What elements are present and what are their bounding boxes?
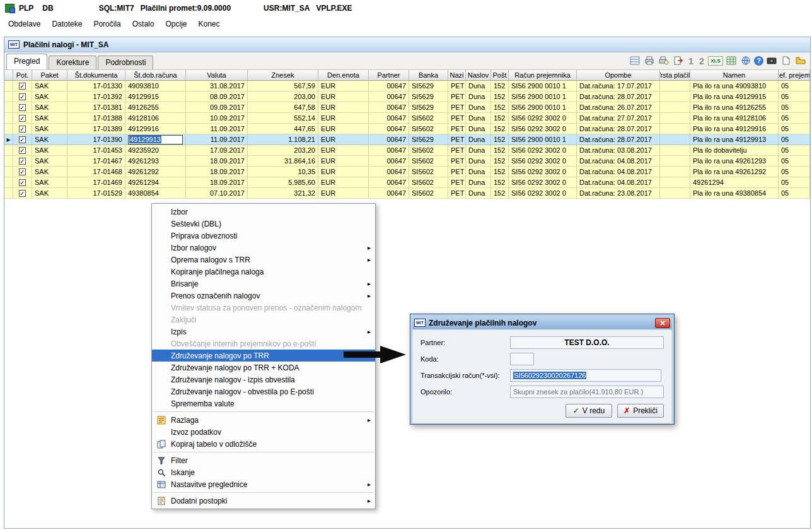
menubar-item-konec[interactable]: Konec bbox=[192, 18, 225, 30]
column-header[interactable]: Znesek bbox=[248, 70, 318, 80]
opozorilo-field[interactable]: Skupni znesek za plačilo(41.910,80 EUR.) bbox=[510, 386, 664, 398]
partner-field[interactable]: TEST D.O.O. bbox=[510, 336, 664, 349]
koda-field[interactable] bbox=[510, 353, 534, 365]
menubar-item-datoteke[interactable]: Datoteke bbox=[46, 18, 88, 30]
context-menu-item[interactable]: Nastavitve preglednice▸ bbox=[152, 478, 375, 490]
column-header[interactable]: Partner bbox=[369, 70, 409, 80]
context-menu-item[interactable]: Sprememba valute bbox=[152, 398, 375, 409]
checkbox[interactable]: ✓ bbox=[19, 168, 26, 175]
menu-item-label: Izbor bbox=[171, 208, 375, 216]
context-menu-item[interactable]: Združevanje nalogov - izpis obvestila bbox=[152, 374, 375, 386]
db-label[interactable]: DB bbox=[42, 4, 53, 13]
table-row[interactable]: ✓SAK17-015294938085407.10.2017321,32EUR0… bbox=[4, 188, 810, 199]
table-row[interactable]: ✓SAK17-014534923592017.09.2017203,20EUR0… bbox=[4, 145, 810, 156]
column-header[interactable]: Paket bbox=[32, 70, 67, 80]
table-icon[interactable] bbox=[725, 55, 738, 66]
help-icon[interactable]: ? bbox=[754, 56, 763, 66]
column-header[interactable]: Namen bbox=[690, 70, 779, 80]
menubar-item-ostalo[interactable]: Ostalo bbox=[127, 18, 160, 30]
export-icon[interactable] bbox=[672, 55, 685, 66]
table-row[interactable]: ✓SAK17-013884912810610.09.2017552,14EUR0… bbox=[4, 113, 810, 124]
globe-icon[interactable] bbox=[740, 55, 752, 66]
tab-podrobnosti[interactable]: Podrobnosti bbox=[98, 56, 153, 69]
context-menu-item[interactable]: Združevanje nalogov - obvestila po E-poš… bbox=[152, 386, 375, 398]
column-header[interactable]: Ref. prejemn bbox=[779, 70, 810, 80]
column-header[interactable]: Št.dob.računa bbox=[125, 70, 186, 80]
column-header[interactable]: Den.enota bbox=[318, 70, 369, 80]
grid-icon[interactable] bbox=[629, 55, 641, 66]
column-header[interactable]: Pošt bbox=[491, 70, 509, 80]
cell-den: EUR bbox=[318, 177, 369, 187]
cell-znesek: 1.108,21 bbox=[248, 134, 318, 144]
tab-korekture[interactable]: Korekture bbox=[49, 56, 96, 69]
close-icon[interactable]: ✕ bbox=[655, 318, 670, 328]
new-document-icon[interactable] bbox=[780, 55, 792, 66]
inline-edit-field[interactable]: 49129913 bbox=[128, 135, 183, 144]
context-menu-item[interactable]: Razlaga▸ bbox=[152, 414, 375, 426]
tab-pregled[interactable]: Pregled bbox=[6, 54, 47, 69]
column-header[interactable]: Pot. bbox=[13, 70, 32, 80]
context-menu-item[interactable]: Kopiraj tabelo v odložišče bbox=[152, 438, 375, 450]
column-header[interactable]: Vrsta plačila bbox=[660, 70, 690, 80]
table-row[interactable]: ✓SAK17-014684926129218.09.201710,35EUR00… bbox=[4, 167, 810, 177]
column-header[interactable] bbox=[4, 70, 13, 80]
cancel-button[interactable]: ✗Prekliči bbox=[617, 404, 664, 418]
context-menu-item[interactable]: Iskanje bbox=[152, 466, 375, 478]
column-header[interactable]: Banka bbox=[409, 70, 448, 80]
cell-st_dok: 17-01392 bbox=[67, 91, 125, 102]
checkbox[interactable]: ✓ bbox=[19, 104, 26, 111]
table-row[interactable]: ✓SAK17-014674926129318.09.201731.864,16E… bbox=[4, 156, 810, 167]
print-preview-icon[interactable] bbox=[658, 55, 670, 66]
checkbox[interactable]: ✓ bbox=[19, 93, 26, 100]
column-header[interactable]: Opombe bbox=[577, 70, 660, 80]
page-1-icon[interactable]: 1 bbox=[687, 55, 695, 66]
racun-field[interactable]: SI56029230020267126 bbox=[510, 369, 661, 382]
checkbox[interactable]: ✓ bbox=[19, 115, 26, 122]
context-menu-item[interactable]: Združevanje nalogov po TRR + KODA bbox=[152, 362, 375, 374]
context-menu-item[interactable]: Seštevki (DBL) bbox=[152, 218, 375, 230]
checkbox[interactable]: ✓ bbox=[19, 190, 26, 197]
context-menu-item[interactable]: Združevanje nalogov po TRR bbox=[152, 350, 375, 362]
context-menu-item[interactable]: Priprava obveznosti bbox=[152, 230, 375, 242]
column-header[interactable]: Račun prejemnika bbox=[509, 70, 577, 80]
menubar-item-poročila[interactable]: Poročila bbox=[88, 18, 126, 30]
context-menu-item[interactable]: Kopiranje plačilnega naloga bbox=[152, 266, 375, 278]
menubar-item-obdelave[interactable]: Obdelave bbox=[3, 18, 46, 30]
column-header[interactable]: Valuta bbox=[186, 70, 248, 80]
context-menu-item[interactable]: Izpis▸ bbox=[152, 326, 375, 338]
table-row[interactable]: ✓SAK17-013894912991611.09.2017447,65EUR0… bbox=[4, 124, 810, 134]
app-label[interactable]: PLP bbox=[19, 4, 33, 13]
context-menu-item[interactable]: Izbor bbox=[152, 206, 375, 218]
context-menu-item[interactable]: Filter bbox=[152, 454, 375, 466]
context-menu-item[interactable]: Brisanje▸ bbox=[152, 278, 375, 290]
excel-icon[interactable]: XLS bbox=[708, 56, 723, 66]
ok-button[interactable]: ✓V redu bbox=[566, 404, 612, 418]
table-row[interactable]: ▶✓SAK17-013904912991311.09.20171.108,21E… bbox=[4, 134, 810, 145]
window-titlebar[interactable]: MIT Plačilni nalogi - MIT_SA bbox=[4, 37, 810, 52]
dialog-titlebar[interactable]: MIT Združevanje plačilnih nalogov ✕ bbox=[412, 316, 672, 329]
print-icon[interactable] bbox=[643, 55, 656, 66]
checkbox[interactable]: ✓ bbox=[19, 83, 26, 90]
table-row[interactable]: ✓SAK17-013924912991508.09.2017203,00EUR0… bbox=[4, 91, 810, 102]
column-header[interactable]: Naslov bbox=[466, 70, 491, 80]
cell-vrsta bbox=[660, 156, 690, 166]
checkbox[interactable]: ✓ bbox=[19, 179, 26, 186]
column-header[interactable]: Št.dokumenta bbox=[67, 70, 125, 80]
context-menu-item[interactable]: Oprema nalogov s TRR▸ bbox=[152, 254, 375, 266]
table-row[interactable]: ✓SAK17-013304909381031.08.2017567,59EUR0… bbox=[4, 81, 810, 91]
checkbox[interactable]: ✓ bbox=[19, 126, 26, 132]
checkbox[interactable]: ✓ bbox=[19, 136, 26, 143]
checkbox[interactable]: ✓ bbox=[19, 147, 26, 154]
table-row[interactable]: ✓SAK17-014694926129418.09.20175.985,60EU… bbox=[4, 177, 810, 188]
menubar-item-opcije[interactable]: Opcije bbox=[160, 18, 192, 30]
context-menu-item[interactable]: Izbor nalogov▸ bbox=[152, 242, 375, 254]
table-row[interactable]: ✓SAK17-013814912625509.09.2017647,58EUR0… bbox=[4, 102, 810, 113]
context-menu-item[interactable]: Izvoz podatkov bbox=[152, 426, 375, 438]
camera-icon[interactable] bbox=[765, 55, 778, 66]
context-menu-item[interactable]: Prenos označenih nalogov▸ bbox=[152, 290, 375, 302]
column-header[interactable]: Nazi bbox=[448, 70, 466, 80]
page-2-icon[interactable]: 2 bbox=[697, 55, 706, 66]
context-menu-item[interactable]: Dodatni postopki▸ bbox=[152, 495, 375, 507]
open-folder-icon[interactable] bbox=[794, 55, 807, 66]
checkbox[interactable]: ✓ bbox=[19, 158, 26, 165]
